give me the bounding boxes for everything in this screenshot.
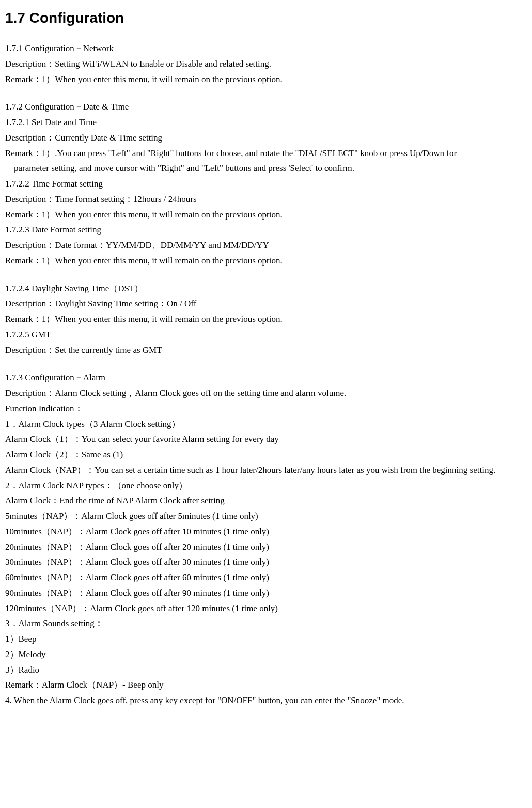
section-1-7-2-1-desc: Description：Currently Date & Time settin… xyxy=(5,130,527,146)
alarm-clock-2: Alarm Clock（2）：Same as (1) xyxy=(5,447,527,462)
alarm-remark: Remark：Alarm Clock（NAP）- Beep only xyxy=(5,677,527,693)
section-1-7-2-heading: 1.7.2 Configuration－Date & Time xyxy=(5,99,527,115)
sound-radio: 3）Radio xyxy=(5,662,527,678)
nap-types-heading: 2．Alarm Clock NAP types：（one choose only… xyxy=(5,478,527,493)
section-1-7-2-4-heading: 1.7.2.4 Daylight Saving Time（DST） xyxy=(5,281,527,297)
alarm-clock-nap: Alarm Clock（NAP）：You can set a certain t… xyxy=(5,462,527,478)
snooze-note: 4. When the Alarm Clock goes off, press … xyxy=(5,693,527,708)
section-1-7-2-3-desc: Description：Date format：YY/MM/DD、DD/MM/Y… xyxy=(5,238,527,253)
section-1-7-2-5-heading: 1.7.2.5 GMT xyxy=(5,327,527,343)
section-1-7-2-2-desc: Description：Time format setting：12hours … xyxy=(5,192,527,207)
section-1-7-3-desc: Description：Alarm Clock setting，Alarm Cl… xyxy=(5,385,527,401)
section-1-7-2-2-heading: 1.7.2.2 Time Format setting xyxy=(5,176,527,192)
alarm-types-heading: 1．Alarm Clock types（3 Alarm Clock settin… xyxy=(5,416,527,432)
function-indication-label: Function Indication： xyxy=(5,401,527,416)
nap-90: 90minutes（NAP）：Alarm Clock goes off afte… xyxy=(5,585,527,601)
section-1-7-1-remark: Remark：1）When you enter this menu, it wi… xyxy=(5,72,527,87)
section-1-7-2-1-heading: 1.7.2.1 Set Date and Time xyxy=(5,115,527,130)
sound-beep: 1）Beep xyxy=(5,631,527,647)
section-title: 1.7 Configuration xyxy=(5,5,527,30)
nap-120: 120minutes（NAP）：Alarm Clock goes off aft… xyxy=(5,601,527,616)
section-1-7-2-5-desc: Description：Set the currently time as GM… xyxy=(5,343,527,358)
nap-end: Alarm Clock：End the time of NAP Alarm Cl… xyxy=(5,493,527,508)
sound-melody: 2）Melody xyxy=(5,647,527,662)
section-1-7-3-heading: 1.7.3 Configuration－Alarm xyxy=(5,370,527,385)
section-1-7-1-heading: 1.7.1 Configuration－Network xyxy=(5,41,527,56)
section-1-7-2-4-remark: Remark：1）When you enter this menu, it wi… xyxy=(5,312,527,327)
nap-20: 20minutes（NAP）：Alarm Clock goes off afte… xyxy=(5,539,527,555)
section-1-7-2-4-desc: Description：Daylight Saving Time setting… xyxy=(5,296,527,312)
section-1-7-2-3-remark: Remark：1）When you enter this menu, it wi… xyxy=(5,253,527,269)
alarm-clock-1: Alarm Clock（1）：You can select your favor… xyxy=(5,431,527,447)
alarm-sounds-heading: 3．Alarm Sounds setting： xyxy=(5,616,527,631)
nap-30: 30minutes（NAP）：Alarm Clock goes off afte… xyxy=(5,554,527,570)
section-1-7-1-desc: Description：Setting WiFi/WLAN to Enable … xyxy=(5,56,527,72)
nap-60: 60minutes（NAP）：Alarm Clock goes off afte… xyxy=(5,570,527,585)
section-1-7-2-1-remark-line2: parameter setting, and move cursor with … xyxy=(5,161,527,176)
nap-5: 5minutes（NAP）：Alarm Clock goes off after… xyxy=(5,508,527,524)
section-1-7-2-3-heading: 1.7.2.3 Date Format setting xyxy=(5,222,527,238)
nap-10: 10minutes（NAP）：Alarm Clock goes off afte… xyxy=(5,524,527,539)
section-1-7-2-1-remark-line1: Remark：1）.You can press "Left" and "Righ… xyxy=(5,146,527,161)
section-1-7-2-2-remark: Remark：1）When you enter this menu, it wi… xyxy=(5,207,527,223)
